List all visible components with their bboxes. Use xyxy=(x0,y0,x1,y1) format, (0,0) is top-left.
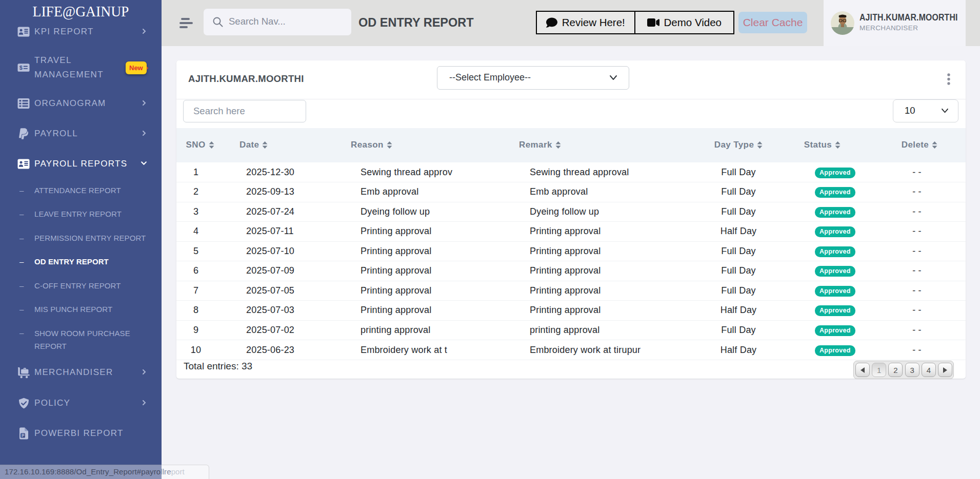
svg-text:P: P xyxy=(22,433,25,438)
svg-text:$: $ xyxy=(19,65,23,71)
